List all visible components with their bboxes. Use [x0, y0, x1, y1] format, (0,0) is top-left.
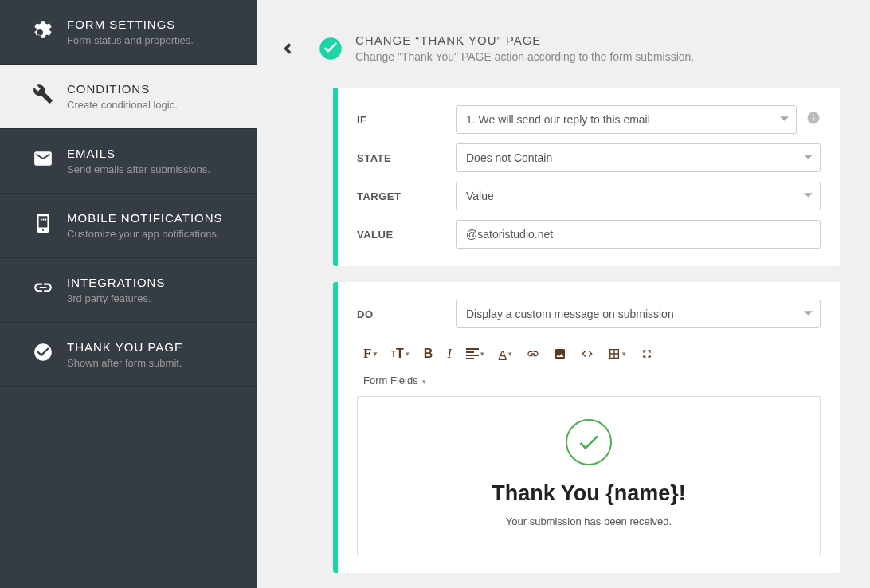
- sidebar-item-label: FORM SETTINGS: [67, 18, 194, 31]
- state-select-value: Does not Contain: [466, 151, 552, 164]
- sidebar-item-thank-you-page[interactable]: THANK YOU PAGEShown after form submit.: [0, 323, 257, 387]
- do-select[interactable]: Display a custom message on submission: [456, 300, 821, 328]
- if-select[interactable]: 1. We will send our reply to this email: [456, 105, 797, 134]
- font-family-icon[interactable]: F▾: [363, 346, 377, 362]
- action-panel: DO Display a custom message on submissio…: [333, 282, 840, 573]
- do-select-value: Display a custom message on submission: [466, 308, 674, 320]
- thank-you-heading: Thank You {name}!: [374, 481, 804, 506]
- sidebar-item-label: THANK YOU PAGE: [67, 340, 183, 354]
- sidebar-item-integrations[interactable]: INTEGRATIONS3rd party features.: [0, 258, 257, 323]
- svg-rect-7: [466, 358, 474, 359]
- fullscreen-icon[interactable]: [641, 347, 653, 360]
- table-icon[interactable]: ▾: [608, 347, 626, 360]
- link-icon: [33, 277, 53, 301]
- sidebar-item-form-settings[interactable]: FORM SETTINGSForm status and properties.: [0, 0, 257, 65]
- editor-canvas[interactable]: Thank You {name}! Your submission has be…: [357, 396, 821, 555]
- svg-rect-4: [466, 348, 479, 350]
- italic-icon[interactable]: I: [447, 347, 451, 361]
- sidebar-item-label: CONDITIONS: [67, 82, 178, 96]
- if-label: IF: [357, 114, 456, 126]
- text-color-icon[interactable]: A▾: [499, 347, 512, 361]
- phone-icon: [33, 213, 53, 237]
- success-check-icon: [566, 419, 612, 465]
- state-select[interactable]: Does not Contain: [456, 143, 821, 172]
- sidebar-item-label: INTEGRATIONS: [67, 276, 165, 289]
- svg-point-1: [42, 219, 44, 221]
- sidebar-item-sub: Form status and properties.: [67, 34, 194, 46]
- target-label: TARGET: [357, 190, 456, 202]
- sidebar-item-label: MOBILE NOTIFICATIONS: [67, 211, 223, 225]
- envelope-icon: [33, 148, 53, 172]
- back-button[interactable]: [279, 33, 319, 61]
- page-subtitle: Change "Thank You" PAGE action according…: [355, 50, 694, 63]
- sidebar-item-sub: 3rd party features.: [67, 292, 165, 304]
- sidebar-item-sub: Send emails after submissions.: [67, 163, 210, 175]
- tools-icon: [33, 84, 53, 108]
- align-icon[interactable]: ▾: [466, 348, 484, 359]
- font-size-icon[interactable]: TT▾: [391, 347, 410, 361]
- state-label: STATE: [357, 152, 456, 164]
- editor-toolbar: F▾ TT▾ B I ▾ A▾ ▾: [357, 343, 821, 371]
- image-icon[interactable]: [554, 347, 566, 360]
- svg-point-0: [41, 219, 42, 221]
- sidebar: FORM SETTINGSForm status and properties.…: [0, 0, 257, 588]
- target-select-value: Value: [466, 190, 494, 202]
- bold-icon[interactable]: B: [424, 347, 433, 361]
- sidebar-item-conditions[interactable]: CONDITIONSCreate conditional logic.: [0, 65, 257, 129]
- page-title: CHANGE “THANK YOU” PAGE: [355, 33, 694, 47]
- form-fields-dropdown[interactable]: Form Fields ▾: [357, 371, 821, 396]
- info-icon[interactable]: [806, 111, 821, 128]
- condition-panel: IF 1. We will send our reply to this ema…: [333, 88, 840, 266]
- sidebar-item-emails[interactable]: EMAILSSend emails after submissions.: [0, 129, 257, 194]
- target-select[interactable]: Value: [456, 182, 821, 210]
- svg-rect-5: [466, 351, 474, 353]
- if-select-value: 1. We will send our reply to this email: [466, 113, 650, 126]
- thank-you-body: Your submission has been received.: [374, 515, 804, 527]
- svg-rect-6: [466, 355, 479, 356]
- sidebar-item-mobile-notifications[interactable]: MOBILE NOTIFICATIONSCustomize your app n…: [0, 194, 257, 258]
- sidebar-item-sub: Customize your app notifications.: [67, 228, 223, 240]
- code-icon[interactable]: [581, 347, 594, 360]
- check-circle-icon: [33, 342, 53, 366]
- check-badge-icon: [319, 33, 343, 64]
- main-content: CHANGE “THANK YOU” PAGE Change "Thank Yo…: [257, 0, 870, 588]
- do-label: DO: [357, 308, 456, 320]
- gear-icon: [33, 19, 53, 43]
- sidebar-item-label: EMAILS: [67, 147, 210, 160]
- value-input[interactable]: [456, 220, 821, 249]
- sidebar-item-sub: Create conditional logic.: [67, 99, 178, 111]
- sidebar-item-sub: Shown after form submit.: [67, 357, 183, 369]
- link-icon[interactable]: [527, 347, 539, 360]
- value-label: VALUE: [357, 229, 456, 241]
- svg-point-2: [45, 219, 46, 221]
